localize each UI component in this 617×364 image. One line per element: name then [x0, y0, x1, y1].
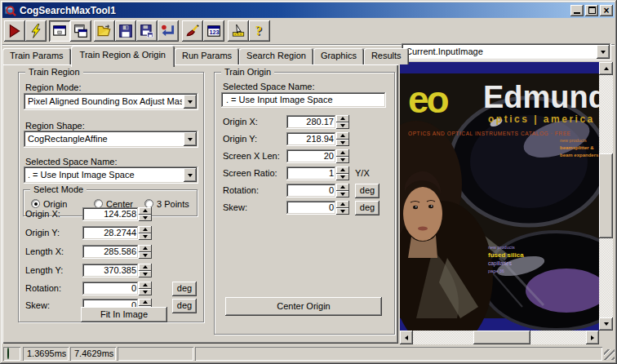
help-button[interactable]: ?? [249, 20, 270, 42]
spin-down-button[interactable] [336, 174, 349, 181]
save-button[interactable] [115, 20, 136, 42]
tab-search-region[interactable]: Search Region [239, 48, 313, 64]
reset-button[interactable] [158, 20, 179, 42]
to-skew-field[interactable]: 0 [286, 201, 349, 215]
image-selector-combo[interactable]: Current.InputImage [402, 43, 611, 60]
spin-down-button[interactable] [139, 289, 152, 296]
length-x-field[interactable]: 285.586 [82, 245, 152, 259]
length-y-value[interactable]: 370.385 [82, 264, 139, 277]
scroll-down-button[interactable] [599, 317, 613, 331]
length-y-field[interactable]: 370.385 [82, 264, 152, 277]
spin-up-button[interactable] [139, 264, 152, 271]
screen-ratio-value[interactable]: 1 [286, 166, 336, 180]
spin-down-button[interactable] [336, 191, 349, 198]
maximize-button[interactable] [585, 5, 598, 16]
horizontal-scroll-thumb[interactable] [473, 331, 530, 344]
origin-x-row: Origin X: 124.258 [19, 207, 205, 221]
train-region-group: Train Region Region Mode: Pixel Aligned … [18, 72, 204, 322]
spin-up-button[interactable] [139, 207, 152, 215]
tab-results[interactable]: Results [364, 48, 409, 64]
chevron-down-icon[interactable] [597, 45, 610, 59]
horizontal-scrollbar[interactable] [400, 331, 599, 344]
floating-window-button[interactable] [49, 20, 70, 42]
title-bar[interactable]: CogSearchMaxTool1 × [2, 2, 615, 18]
to-origin-x-value[interactable]: 280.17 [286, 115, 336, 129]
tagline-text: OPTICS AND OPTICAL INSTRUMENTS CATALOG ·… [408, 131, 571, 136]
numeric-results-button[interactable]: 123 [203, 20, 224, 42]
to-origin-y-field[interactable]: 218.94 [286, 132, 349, 146]
brand-text: Edmund [483, 80, 599, 114]
spin-down-button[interactable] [139, 252, 152, 260]
spin-up-button[interactable] [336, 115, 349, 122]
region-shape-combo[interactable]: CogRectangleAffine [24, 131, 198, 148]
scroll-right-button[interactable] [586, 331, 599, 344]
rotation-row: Rotation: 0 deg [19, 282, 205, 295]
screen-x-len-field[interactable]: 20 [286, 149, 349, 163]
spin-up-button[interactable] [336, 201, 349, 208]
to-origin-x-field[interactable]: 280.17 [286, 115, 349, 129]
scroll-up-button[interactable] [599, 62, 613, 75]
spin-up-button[interactable] [336, 149, 349, 157]
eo-logo: eo [408, 78, 449, 121]
tab-graphics[interactable]: Graphics [313, 48, 364, 64]
center-line-1: new products [488, 245, 515, 250]
center-origin-button[interactable]: Center Origin [225, 297, 382, 316]
resize-grip[interactable] [604, 349, 615, 360]
chevron-down-icon[interactable] [184, 95, 197, 109]
pointer-tool-button[interactable] [228, 20, 249, 42]
input-image[interactable]: eo Edmund optics | america OPTICS AND OP… [400, 62, 599, 331]
spin-up-button[interactable] [139, 282, 152, 289]
to-rotation-field[interactable]: 0 [286, 184, 349, 198]
spin-up-button[interactable] [336, 166, 349, 174]
origin-y-value[interactable]: 28.2744 [82, 226, 139, 240]
electric-run-button[interactable] [25, 20, 47, 42]
minimize-button[interactable] [570, 5, 584, 16]
region-mode-combo[interactable]: Pixel Aligned Bounding Box Adjust Mask [24, 93, 198, 110]
spin-down-button[interactable] [336, 122, 349, 130]
spin-up-button[interactable] [336, 184, 349, 191]
scroll-left-button[interactable] [400, 331, 413, 344]
tab-run-params[interactable]: Run Params [175, 48, 239, 64]
screen-x-len-value[interactable]: 20 [286, 149, 336, 163]
to-origin-y-row: Origin Y: 218.94 [215, 132, 396, 146]
vertical-scroll-thumb[interactable] [599, 153, 613, 238]
spin-down-button[interactable] [336, 157, 349, 164]
to-skew-value[interactable]: 0 [286, 201, 336, 215]
spin-down-button[interactable] [336, 208, 349, 215]
close-button[interactable]: × [600, 5, 613, 16]
length-x-value[interactable]: 285.586 [82, 245, 139, 259]
rotation-value[interactable]: 0 [82, 282, 139, 295]
to-rotation-deg-button[interactable]: deg [355, 184, 380, 198]
rotation-field[interactable]: 0 [82, 282, 152, 295]
status-panel-4 [195, 347, 602, 361]
fit-in-image-button[interactable]: Fit In Image [81, 307, 167, 322]
chevron-down-icon[interactable] [184, 132, 197, 146]
spin-down-button[interactable] [336, 140, 349, 147]
save-as-button[interactable] [136, 20, 158, 42]
chevron-down-icon[interactable] [184, 168, 197, 182]
origin-x-value[interactable]: 124.258 [82, 207, 139, 221]
to-skew-deg-button[interactable]: deg [355, 201, 380, 215]
spin-up-button[interactable] [139, 226, 152, 233]
spin-down-button[interactable] [139, 215, 152, 222]
graphics-brush-button[interactable] [182, 20, 203, 42]
vertical-scrollbar[interactable] [599, 62, 613, 331]
screen-ratio-field[interactable]: 1 [286, 166, 349, 180]
origin-y-field[interactable]: 28.2744 [82, 226, 152, 240]
run-button[interactable] [4, 20, 25, 42]
spin-down-button[interactable] [139, 271, 152, 278]
spin-up-button[interactable] [336, 132, 349, 140]
to-origin-y-value[interactable]: 218.94 [286, 132, 336, 146]
rotation-deg-button[interactable]: deg [172, 282, 197, 296]
spin-up-button[interactable] [139, 299, 152, 306]
tab-train-params[interactable]: Train Params [2, 48, 71, 64]
to-rotation-value[interactable]: 0 [286, 184, 336, 198]
copy-window-button[interactable] [70, 20, 91, 42]
skew-deg-button[interactable]: deg [172, 299, 197, 313]
tab-train-region-origin[interactable]: Train Region & Origin [71, 46, 175, 67]
selected-space-combo[interactable]: . = Use Input Image Space [24, 166, 198, 184]
spin-down-button[interactable] [139, 233, 152, 241]
origin-x-field[interactable]: 124.258 [82, 207, 152, 221]
spin-up-button[interactable] [139, 245, 152, 252]
open-file-button[interactable] [94, 20, 115, 42]
